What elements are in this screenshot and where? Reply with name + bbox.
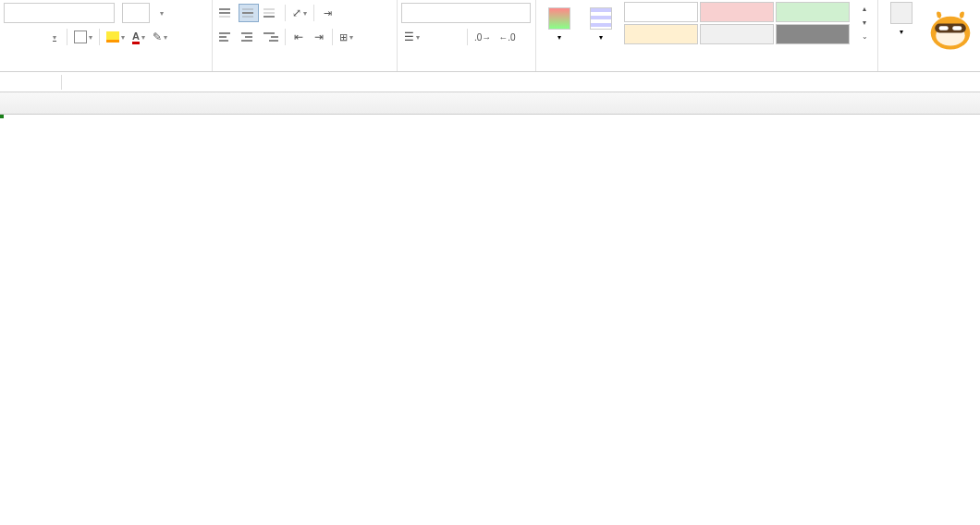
group-number: ☰ .0→ ←.0	[398, 0, 536, 71]
currency-button[interactable]: ☰	[401, 27, 423, 47]
ribbon: A ✎ ⤢ ⇥ ⇤ ⇥	[0, 0, 980, 72]
wrap-text-button[interactable]: ⇥	[318, 3, 337, 23]
percent-button[interactable]	[424, 27, 443, 47]
font-size-input[interactable]	[122, 3, 150, 23]
merge-center-button[interactable]: ⊞	[337, 27, 356, 47]
group-font: A ✎	[0, 0, 213, 71]
insert-icon	[890, 2, 913, 24]
conditional-format-icon	[548, 7, 570, 30]
style-scroll-up[interactable]: ▴	[855, 2, 874, 15]
comma-button[interactable]	[445, 27, 463, 47]
font-size-dropdown[interactable]	[152, 3, 170, 23]
style-calc[interactable]	[700, 24, 774, 44]
align-bottom-button[interactable]	[261, 4, 281, 22]
border-button[interactable]	[71, 27, 95, 47]
align-center-button[interactable]	[239, 28, 259, 46]
group-alignment: ⤢ ⇥ ⇤ ⇥ ⊞	[213, 0, 398, 71]
increase-decimal-icon: .0→	[474, 32, 491, 43]
decrease-indent-button[interactable]: ⇤	[289, 27, 308, 47]
orientation-icon: ⤢	[292, 6, 301, 19]
style-scroll-down[interactable]: ▾	[855, 16, 874, 29]
style-bad[interactable]	[700, 2, 774, 22]
table-format-button[interactable]: ▾	[582, 2, 621, 46]
group-cells: ▾	[878, 0, 925, 71]
increase-font-button[interactable]	[172, 3, 190, 23]
border-icon	[74, 31, 87, 43]
outdent-icon: ⇤	[294, 31, 303, 43]
active-cell-border	[0, 115, 4, 118]
column-width-dialog-ghost	[481, 365, 610, 387]
font-color-button[interactable]: A	[129, 27, 148, 47]
font-name-select[interactable]	[4, 3, 115, 23]
number-format-select[interactable]	[401, 3, 531, 23]
align-left-button[interactable]	[216, 28, 237, 46]
align-right-button[interactable]	[261, 28, 281, 46]
fx-button[interactable]	[41, 73, 61, 92]
phonetic-button[interactable]: ✎	[150, 27, 170, 47]
styles-group-label	[540, 66, 874, 69]
bold-button[interactable]	[4, 27, 22, 47]
wrap-icon: ⇥	[324, 7, 332, 19]
italic-button[interactable]	[24, 27, 43, 47]
style-good[interactable]	[776, 2, 850, 22]
decrease-decimal-button[interactable]: ←.0	[496, 27, 518, 47]
phonetic-icon: ✎	[153, 31, 162, 43]
font-group-label	[4, 66, 208, 69]
indent-icon: ⇥	[314, 31, 324, 43]
increase-decimal-button[interactable]: .0→	[472, 27, 494, 47]
svg-rect-4	[952, 26, 962, 30]
conditional-format-button[interactable]: ▾	[540, 2, 579, 46]
alignment-group-label	[216, 66, 393, 69]
group-styles: ▾ ▾ ▴ ▾	[536, 0, 878, 71]
align-top-button[interactable]	[216, 4, 237, 22]
column-headers	[0, 92, 980, 115]
formula-confirm-button[interactable]	[20, 73, 41, 92]
decrease-font-button[interactable]	[192, 3, 211, 23]
fill-color-icon	[106, 31, 119, 43]
orientation-button[interactable]: ⤢	[289, 3, 310, 23]
font-color-icon: A	[132, 31, 140, 44]
decrease-decimal-icon: ←.0	[498, 32, 515, 43]
currency-icon: ☰	[404, 31, 414, 43]
formula-input[interactable]	[62, 73, 980, 92]
formula-cancel-button[interactable]	[0, 73, 20, 92]
number-group-label	[401, 66, 532, 69]
cells-group-label	[882, 66, 921, 69]
style-medium[interactable]	[624, 24, 698, 44]
svg-rect-3	[939, 26, 949, 30]
underline-button[interactable]	[44, 27, 63, 47]
style-check[interactable]	[776, 24, 850, 44]
insert-button[interactable]: ▾	[885, 2, 918, 46]
increase-indent-button[interactable]: ⇥	[310, 27, 328, 47]
align-middle-button[interactable]	[239, 4, 259, 22]
style-normal[interactable]	[624, 2, 698, 22]
style-gallery-expand[interactable]: ⌄	[855, 30, 874, 43]
spreadsheet-grid	[0, 92, 980, 525]
mascot-icon	[925, 2, 976, 54]
fill-color-button[interactable]	[104, 27, 128, 47]
formula-bar	[0, 72, 980, 92]
table-format-icon	[590, 7, 612, 30]
merge-icon: ⊞	[339, 31, 348, 43]
